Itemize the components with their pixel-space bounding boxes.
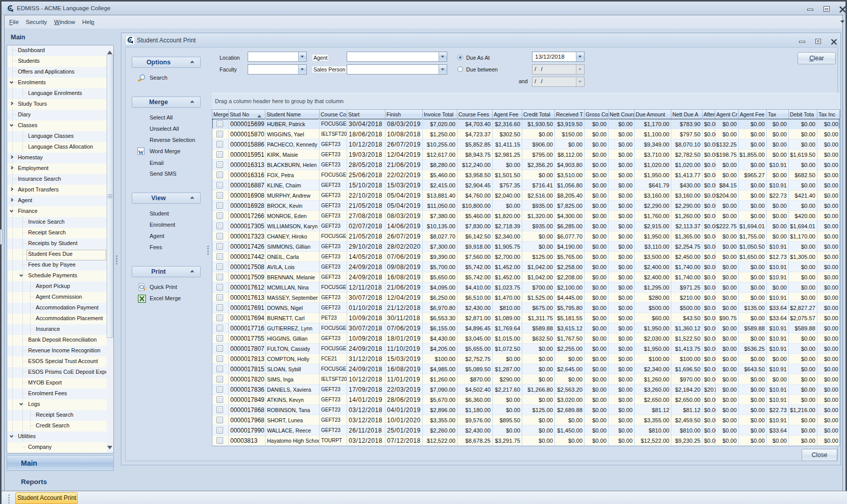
svg-text:W: W <box>138 149 144 155</box>
